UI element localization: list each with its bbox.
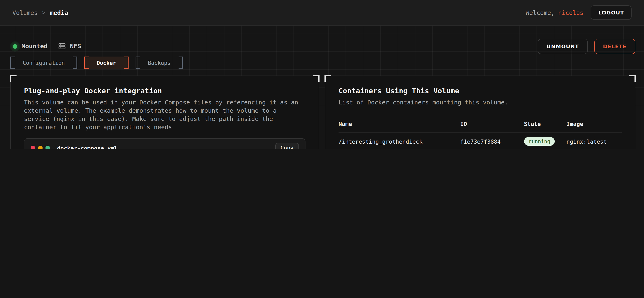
mount-status: Mounted [13, 42, 48, 50]
top-bar: Volumes > media Welcome, nicolas LOGOUT [0, 0, 644, 26]
mount-status-label: Mounted [22, 42, 48, 50]
chevron-right-icon: > [42, 9, 46, 16]
panel-corner-mark [10, 75, 16, 82]
docker-panel-description: This volume can be used in your Docker C… [24, 98, 300, 131]
volume-type: NFS [58, 42, 81, 50]
breadcrumb-volumes-link[interactable]: Volumes [12, 9, 38, 16]
welcome-text: Welcome, nicolas [526, 9, 584, 16]
logout-button[interactable]: LOGOUT [591, 5, 632, 20]
panel-corner-mark [313, 75, 320, 82]
tab-configuration[interactable]: Configuration [10, 57, 77, 69]
username: nicolas [558, 9, 584, 16]
server-stack-icon [58, 42, 66, 50]
window-dot-amber-icon [38, 146, 42, 149]
breadcrumb-current-volume: media [50, 9, 68, 16]
tab-docker[interactable]: Docker [84, 57, 128, 69]
container-name: /interesting_grothendieck [338, 133, 460, 149]
panel-corner-mark [324, 75, 331, 82]
breadcrumb: Volumes > media [12, 9, 68, 16]
window-dot-green-icon [46, 146, 50, 149]
containers-panel-subtitle: List of Docker containers mounting this … [338, 98, 615, 107]
main-content: Mounted NFS UNMOUNT DELETE Configurati [0, 26, 644, 149]
container-row: /interesting_grothendieck f1e73e7f3884 r… [338, 133, 622, 149]
compose-code-header: docker-compose.yml Copy [24, 139, 305, 149]
containers-panel-title: Containers Using This Volume [338, 87, 622, 95]
container-image: nginx:latest [566, 133, 622, 149]
column-header-state: State [524, 117, 566, 133]
app-root: Volumes > media Welcome, nicolas LOGOUT … [0, 0, 644, 149]
compose-code-block: docker-compose.yml Copy services: nginx:… [24, 138, 306, 149]
column-header-name: Name [338, 117, 460, 133]
compose-copy-button[interactable]: Copy [275, 143, 299, 149]
containers-table-header: Name ID State Image [338, 117, 622, 133]
welcome-prefix: Welcome, [526, 9, 555, 16]
panel-corner-mark [629, 75, 636, 82]
container-id: f1e73e7f3884 [460, 133, 524, 149]
volume-type-label: NFS [70, 42, 81, 50]
compose-filename: docker-compose.yml [57, 145, 118, 149]
containers-panel: Containers Using This Volume List of Doc… [325, 76, 635, 149]
docker-integration-panel: Plug-and-play Docker integration This vo… [10, 76, 319, 149]
tab-bar: Configuration Docker Backups [10, 57, 644, 69]
volume-status-row: Mounted NFS UNMOUNT DELETE [0, 26, 644, 52]
mounted-status-dot-icon [13, 44, 17, 48]
header-right: Welcome, nicolas LOGOUT [526, 5, 632, 20]
container-state-badge: running [524, 137, 555, 146]
containers-table: Name ID State Image /interesting_grothen… [338, 117, 622, 149]
unmount-button[interactable]: UNMOUNT [538, 39, 588, 54]
column-header-id: ID [460, 117, 524, 133]
window-dot-red-icon [30, 146, 35, 149]
delete-button[interactable]: DELETE [594, 39, 635, 54]
column-header-image: Image [566, 117, 622, 133]
panels-row: Plug-and-play Docker integration This vo… [10, 76, 636, 149]
docker-panel-title: Plug-and-play Docker integration [24, 87, 306, 95]
tab-backups[interactable]: Backups [135, 57, 183, 69]
window-dots-icon [30, 146, 50, 149]
